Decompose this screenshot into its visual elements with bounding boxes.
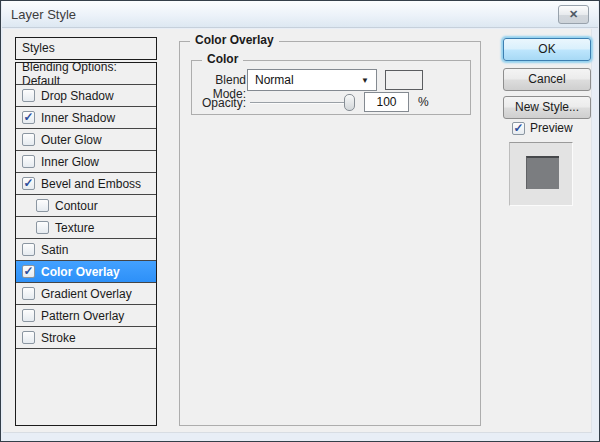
sidebar-item-inner-shadow[interactable]: ✓Inner Shadow	[16, 107, 156, 129]
close-icon[interactable]: ✕	[558, 5, 589, 24]
opacity-unit: %	[418, 95, 429, 109]
chevron-down-icon: ▼	[361, 77, 369, 85]
opacity-slider-track[interactable]	[250, 102, 346, 104]
checkbox-unchecked[interactable]	[22, 287, 35, 300]
sidebar-item-gradient-overlay[interactable]: Gradient Overlay	[16, 283, 156, 305]
preview-toggle[interactable]: ✓ Preview	[512, 121, 573, 135]
blend-mode-select[interactable]: Normal ▼	[247, 69, 377, 91]
sidebar-item-label: Blending Options: Default	[22, 63, 156, 85]
sidebar-item-label: Drop Shadow	[41, 89, 114, 103]
sidebar-item-satin[interactable]: Satin	[16, 239, 156, 261]
checkbox-unchecked[interactable]	[36, 199, 49, 212]
sidebar-item-label: Stroke	[41, 331, 76, 345]
opacity-input[interactable]: 100	[364, 92, 409, 112]
sidebar-item-pattern-overlay[interactable]: Pattern Overlay	[16, 305, 156, 327]
sidebar-item-outer-glow[interactable]: Outer Glow	[16, 129, 156, 151]
color-group-title: Color	[202, 52, 243, 66]
checkbox-unchecked[interactable]	[22, 309, 35, 322]
sidebar-item-label: Pattern Overlay	[41, 309, 124, 323]
checkbox-unchecked[interactable]	[22, 243, 35, 256]
style-list-empty-area	[16, 349, 156, 425]
cancel-button[interactable]: Cancel	[503, 68, 591, 91]
sidebar-item-label: Contour	[55, 199, 98, 213]
sidebar-item-blending-options-default[interactable]: Blending Options: Default	[16, 63, 156, 85]
style-list: Blending Options: DefaultDrop Shadow✓Inn…	[15, 62, 157, 426]
sidebar-item-label: Inner Shadow	[41, 111, 115, 125]
sidebar-item-label: Outer Glow	[41, 133, 102, 147]
sidebar-item-stroke[interactable]: Stroke	[16, 327, 156, 349]
checkbox-unchecked[interactable]	[22, 89, 35, 102]
checkbox-unchecked[interactable]	[36, 221, 49, 234]
sidebar-item-label: Bevel and Emboss	[41, 177, 141, 191]
checkbox-checked[interactable]: ✓	[512, 122, 525, 135]
title-bar: Layer Style ✕	[2, 1, 598, 28]
sidebar-item-styles[interactable]: Styles	[15, 37, 157, 60]
ok-button[interactable]: OK	[503, 38, 591, 61]
checkbox-checked[interactable]: ✓	[22, 177, 35, 190]
sidebar-item-label: Texture	[55, 221, 94, 235]
sidebar-item-label: Color Overlay	[41, 265, 120, 279]
sidebar-item-texture[interactable]: Texture	[16, 217, 156, 239]
sidebar-item-inner-glow[interactable]: Inner Glow	[16, 151, 156, 173]
opacity-label: Opacity:	[184, 96, 246, 110]
panel-title: Color Overlay	[190, 33, 279, 47]
sidebar-item-drop-shadow[interactable]: Drop Shadow	[16, 85, 156, 107]
window-title: Layer Style	[11, 7, 76, 22]
preview-tile	[509, 142, 573, 206]
sidebar-item-color-overlay[interactable]: ✓Color Overlay	[16, 261, 156, 283]
checkbox-checked[interactable]: ✓	[22, 111, 35, 124]
color-group: Color Blend Mode: Normal ▼ Opacity: 100 …	[191, 60, 471, 115]
overlay-color-swatch[interactable]	[385, 70, 423, 90]
color-overlay-panel: Color Overlay Color Blend Mode: Normal ▼…	[179, 41, 481, 426]
new-style-button[interactable]: New Style...	[503, 96, 591, 119]
dialog-body: Styles Blending Options: DefaultDrop Sha…	[3, 29, 592, 433]
blend-mode-value: Normal	[255, 73, 294, 87]
sidebar-item-label: Inner Glow	[41, 155, 99, 169]
sidebar-item-bevel-and-emboss[interactable]: ✓Bevel and Emboss	[16, 173, 156, 195]
sidebar-item-label: Satin	[41, 243, 68, 257]
preview-color-swatch	[526, 156, 559, 189]
checkbox-unchecked[interactable]	[22, 133, 35, 146]
preview-label: Preview	[530, 121, 573, 135]
checkbox-unchecked[interactable]	[22, 331, 35, 344]
checkbox-unchecked[interactable]	[22, 155, 35, 168]
opacity-slider-thumb[interactable]	[344, 94, 355, 111]
checkbox-checked[interactable]: ✓	[22, 265, 35, 278]
layer-style-dialog: Layer Style ✕ Styles Blending Options: D…	[0, 0, 600, 442]
sidebar-item-label: Gradient Overlay	[41, 287, 132, 301]
sidebar-item-contour[interactable]: Contour	[16, 195, 156, 217]
